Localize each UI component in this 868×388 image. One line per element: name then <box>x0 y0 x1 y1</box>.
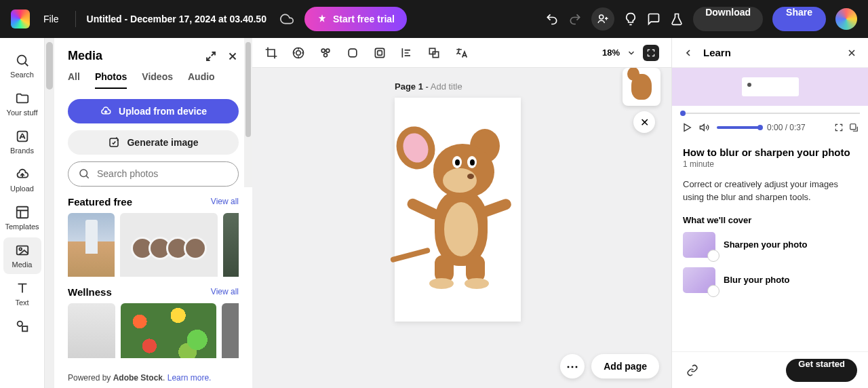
lesson-item-blur[interactable]: Blur your photo <box>683 267 857 293</box>
expand-icon[interactable] <box>205 50 217 62</box>
layers-icon[interactable] <box>427 46 441 60</box>
upload-label: Upload from device <box>119 106 207 117</box>
generate-label: Generate image <box>127 137 198 148</box>
comment-icon[interactable] <box>647 12 660 26</box>
mask-icon[interactable] <box>373 46 387 60</box>
artboard-page-1[interactable] <box>395 98 521 322</box>
panel-scrollbar[interactable] <box>244 38 252 187</box>
play-icon[interactable] <box>682 122 692 133</box>
rail-scrollbar[interactable] <box>45 38 54 388</box>
volume-slider[interactable] <box>717 126 760 129</box>
beaker-icon[interactable] <box>670 12 684 26</box>
add-page-button[interactable]: Add page <box>591 354 659 379</box>
lesson-item-sharpen[interactable]: Sharpen your photo <box>683 232 857 258</box>
link-icon[interactable] <box>683 361 702 380</box>
lesson-thumb <box>683 267 715 293</box>
popout-icon[interactable] <box>849 123 859 132</box>
rail-text[interactable]: Text <box>3 275 41 312</box>
close-thumbnail-icon[interactable]: ✕ <box>633 111 655 133</box>
close-panel-icon[interactable] <box>226 50 239 62</box>
adjust-icon[interactable] <box>292 46 305 60</box>
stock-thumb[interactable] <box>68 303 115 358</box>
page-label[interactable]: Page 1 - Add title <box>395 81 462 92</box>
stock-thumb[interactable] <box>120 213 218 277</box>
rail-label: Brands <box>10 147 34 155</box>
learn-more-link[interactable]: Learn more. <box>167 373 212 383</box>
rail-brands[interactable]: Brands <box>3 123 41 160</box>
translate-icon[interactable] <box>454 46 468 60</box>
user-avatar[interactable] <box>835 8 857 30</box>
rail-label: Media <box>12 260 33 269</box>
effects-icon[interactable] <box>319 46 332 60</box>
rail-templates[interactable]: Templates <box>3 199 41 236</box>
file-menu[interactable]: File <box>43 14 59 24</box>
document-title[interactable]: Untitled - December 17, 2024 at 03.40.50 <box>87 14 267 24</box>
lesson-name: Blur your photo <box>724 275 790 285</box>
chevron-down-icon[interactable] <box>627 48 636 58</box>
volume-icon[interactable] <box>699 122 710 133</box>
rail-media[interactable]: Media <box>3 237 41 274</box>
align-icon[interactable] <box>400 46 414 60</box>
redo-icon[interactable] <box>568 12 582 26</box>
more-options-icon[interactable]: ⋯ <box>560 354 585 379</box>
download-button[interactable]: Download <box>693 7 763 31</box>
view-all-wellness[interactable]: View all <box>211 287 239 296</box>
shape-icon[interactable] <box>346 46 359 60</box>
topbar-right: Download Share <box>545 7 857 31</box>
tab-audio[interactable]: Audio <box>188 71 215 89</box>
video-player[interactable]: 0:00 / 0:37 <box>672 68 868 140</box>
close-learn-icon[interactable] <box>846 47 857 58</box>
canvas-body[interactable]: Page 1 - Add title ✕ ⋯ Add page <box>252 68 671 388</box>
tab-photos[interactable]: Photos <box>95 71 127 89</box>
stock-thumb[interactable] <box>222 303 239 358</box>
cover-heading: What we'll cover <box>683 215 857 225</box>
view-all-featured[interactable]: View all <box>211 197 239 206</box>
rail-search[interactable]: Search <box>3 47 41 84</box>
tab-videos[interactable]: Videos <box>142 71 173 89</box>
stock-thumb[interactable] <box>121 303 216 358</box>
section-featured: Featured free <box>68 196 132 208</box>
rail-your-stuff[interactable]: Your stuff <box>3 85 41 122</box>
fit-icon[interactable] <box>643 45 659 61</box>
cloud-sync-icon[interactable] <box>280 12 294 26</box>
share-button[interactable]: Share <box>772 7 826 31</box>
video-progress[interactable] <box>680 110 860 117</box>
generate-image-button[interactable]: Generate image <box>68 130 239 155</box>
zoom-value[interactable]: 18% <box>602 47 620 58</box>
svg-point-11 <box>296 50 301 55</box>
search-photos-input[interactable] <box>68 161 239 186</box>
rail-upload[interactable]: Upload <box>3 161 41 198</box>
canvas-image-jerry[interactable] <box>403 138 512 301</box>
app-logo[interactable] <box>11 9 30 28</box>
rail-label: Text <box>15 298 28 307</box>
svg-rect-8 <box>110 138 118 147</box>
divider <box>75 11 76 27</box>
trial-label: Start free trial <box>333 14 395 24</box>
fullscreen-icon[interactable] <box>834 123 844 132</box>
back-icon[interactable] <box>683 47 694 58</box>
lesson-title: How to blur or sharpen your photo <box>683 147 857 158</box>
svg-point-13 <box>326 49 330 52</box>
lightbulb-icon[interactable] <box>624 12 637 26</box>
rail-elements[interactable] <box>3 313 41 334</box>
undo-icon[interactable] <box>545 12 559 26</box>
svg-point-1 <box>17 56 26 64</box>
stock-thumb[interactable] <box>223 213 239 277</box>
search-field[interactable] <box>97 168 229 179</box>
start-trial-button[interactable]: Start free trial <box>304 7 407 31</box>
get-started-button[interactable]: Get started <box>786 359 857 382</box>
crop-icon[interactable] <box>264 46 278 60</box>
upload-from-device-button[interactable]: Upload from device <box>68 99 239 123</box>
left-rail: Search Your stuff Brands Upload Template… <box>0 38 45 388</box>
svg-point-9 <box>80 170 87 177</box>
rail-label: Templates <box>5 222 39 231</box>
media-tabs: All Photos Videos Audio <box>68 71 239 90</box>
lesson-thumb <box>683 232 715 258</box>
invite-icon[interactable] <box>591 7 614 31</box>
svg-point-5 <box>19 248 22 250</box>
lesson-name: Sharpen your photo <box>724 239 808 250</box>
page-thumbnail[interactable] <box>623 68 660 106</box>
stock-thumb[interactable] <box>68 213 115 277</box>
canvas-toolbar: 18% <box>252 38 671 68</box>
tab-all[interactable]: All <box>68 71 80 89</box>
